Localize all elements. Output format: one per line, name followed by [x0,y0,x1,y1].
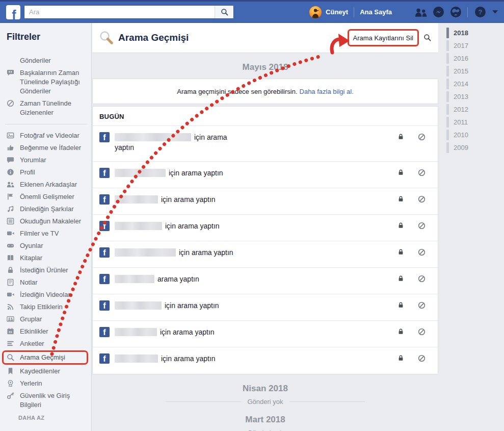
sidebar-item-onemli-gelismeler[interactable]: Önemli Gelişmeler [7,191,88,203]
hide-entry-icon[interactable] [418,169,426,176]
search-history-icon [99,31,113,44]
facebook-logo-letter: f [12,9,16,21]
navbar-right: Cüneyt Ana Sayfa [309,6,498,18]
avatar[interactable] [309,6,322,18]
sidebar-item-label: Takip Ettiklerin [20,302,63,312]
privacy-lock-icon[interactable] [397,248,404,256]
sidebar-item-icon [7,68,20,77]
sidebar-item-etkinlikler[interactable]: Etkinlikler [7,325,88,338]
search-history-row: f için arama yaptın [93,294,438,321]
hide-entry-icon[interactable] [418,248,426,256]
sidebar-item-yorumlar[interactable]: Yorumlar [7,154,88,166]
search-query-redacted [115,354,158,363]
row-action-text: için arama yaptın [169,169,223,177]
year-item[interactable]: 2012 [439,103,504,116]
sidebar-item-takip-ettiklerin[interactable]: Takip Ettiklerin [7,301,88,313]
help-icon[interactable] [474,6,486,18]
row-action-text: için arama yaptın [161,195,216,204]
activity-log-main: Arama Geçmişi Arama Kayıtlarını Sil Mayı… [92,22,438,431]
year-item[interactable]: 2017 [439,39,504,52]
sidebar-item-filmler-ve-tv[interactable]: Filmler ve TV [7,227,88,240]
sidebar-item-profil[interactable]: Profil [7,166,88,179]
sidebar-item-icon [7,99,20,107]
sidebar-item-istedigin-urunler[interactable]: İstediğin Ürünler [7,264,88,276]
sidebar-item-yerlerin[interactable]: Yerlerin [7,377,88,390]
sidebar-item-baskalarinin-paylastigi[interactable]: Başkalarının Zaman Tünelinde Paylaştığı … [7,67,88,97]
account-menu-caret-icon[interactable] [492,10,498,14]
year-item[interactable]: 2013 [439,90,504,103]
search-input[interactable] [24,6,215,18]
year-item[interactable]: 2010 [439,129,504,141]
year-tick [446,79,449,89]
privacy-lock-icon[interactable] [397,301,404,309]
search-query-redacted [115,275,154,283]
sidebar-item-okudugun-makaleler[interactable]: Okuduğun Makaleler [7,215,88,227]
sidebar-item-gizlenenler[interactable]: Zaman Tünelinde Gizlenenler [7,97,88,119]
sidebar-item-icon [7,192,20,200]
privacy-lock-icon[interactable] [397,169,404,176]
home-link[interactable]: Ana Sayfa [360,8,392,16]
sidebar-item-gruplar[interactable]: Gruplar [7,313,88,325]
sidebar-item-arama-gecmisi[interactable]: Arama Geçmişi [2,350,88,365]
sidebar-item-icon [7,205,20,213]
sidebar-item-anketler[interactable]: Anketler [7,338,88,350]
learn-more-link[interactable]: Daha fazla bilgi al. [300,88,354,95]
hide-entry-icon[interactable] [418,195,426,203]
year-item[interactable]: 2009 [439,141,504,154]
sidebar-item-notlar[interactable]: Notlar [7,276,88,289]
privacy-lock-icon[interactable] [397,275,404,282]
search-button[interactable] [215,6,233,18]
sidebar-item-icon [7,217,20,225]
search-query-redacted [115,169,166,177]
year-item[interactable]: 2011 [439,116,504,129]
hide-entry-icon[interactable] [418,133,426,141]
year-item[interactable]: 2018 [439,27,504,39]
sidebar-item-icon [7,278,20,286]
hide-entry-icon[interactable] [418,328,426,336]
search-in-history-icon[interactable] [423,34,431,41]
privacy-lock-icon[interactable] [397,354,404,362]
privacy-lock-icon[interactable] [397,222,404,229]
sidebar-item-oyunlar[interactable]: Oyunlar [7,240,88,252]
year-item[interactable]: 2014 [439,78,504,90]
privacy-lock-icon[interactable] [397,328,404,335]
row-action-text: için arama yaptın [179,248,233,257]
note-line [289,401,365,402]
sidebar-item-eklenen-arkadaslar[interactable]: Eklenen Arkadaşlar [7,179,88,191]
sidebar-item-izledigin-videolar[interactable]: İzlediğin Videolar [7,289,88,301]
sidebar-item-icon [7,353,20,361]
sidebar-item-dinledigin-sarkilar[interactable]: Dinlediğin Şarkılar [7,203,88,215]
search-history-row: f için arama yaptın [93,162,438,188]
privacy-lock-icon[interactable] [397,133,404,140]
sidebar-item-gonderiler[interactable]: Gönderiler [7,55,88,67]
sidebar-item-kaydedilenler[interactable]: Kaydedilenler [7,365,88,377]
privacy-lock-icon[interactable] [397,195,404,202]
hide-entry-icon[interactable] [418,275,426,283]
hide-entry-icon[interactable] [418,354,426,362]
delete-search-records-button[interactable]: Arama Kayıtlarını Sil [353,34,414,42]
messenger-icon[interactable] [433,6,444,18]
show-less-button[interactable]: DAHA AZ [7,415,88,421]
year-label: 2017 [454,42,468,49]
row-action-text: için arama yaptın [165,222,220,230]
global-search-box [24,5,234,19]
year-item[interactable]: 2015 [439,65,504,78]
sidebar-item-icon [7,253,20,262]
sidebar-item-begenme-ve-ifadeler[interactable]: Beğenme ve İfadeler [7,142,88,154]
facebook-app-icon: f [99,300,110,311]
annotation-box-delete-button: Arama Kayıtlarını Sil [348,29,419,46]
notifications-globe-icon[interactable] [450,6,462,18]
friend-requests-icon[interactable] [415,8,427,17]
profile-link[interactable]: Cüneyt [326,8,348,16]
hide-entry-icon[interactable] [418,222,426,230]
year-timeline: 2018 2017 2016 2015 2014 2013 2012 [439,22,504,431]
sidebar-item-kitaplar[interactable]: Kitaplar [7,252,88,264]
sidebar-item-label: Zaman Tünelinde Gizlenenler [20,99,88,117]
sidebar-item-icon [7,391,20,399]
year-label: 2012 [454,106,468,113]
sidebar-item-guvenlik-ve-giris[interactable]: Güvenlik ve Giriş Bilgileri [7,390,88,411]
hide-entry-icon[interactable] [418,301,426,309]
year-item[interactable]: 2016 [439,52,504,65]
sidebar-item-fotograf-ve-videolar[interactable]: Fotoğraf ve Videolar [7,130,88,142]
facebook-logo[interactable]: f [6,5,20,19]
